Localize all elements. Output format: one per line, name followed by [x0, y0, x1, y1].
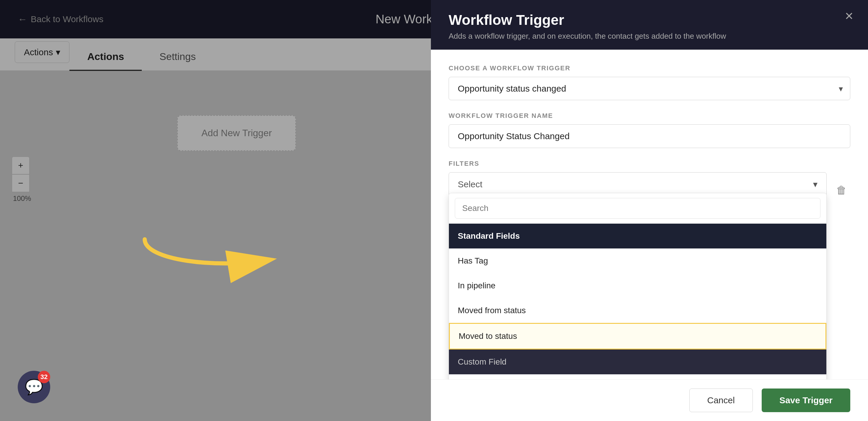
dropdown-item-moved-from-status[interactable]: Moved from status — [449, 298, 826, 323]
filters-dropdown-menu: Standard Fields Has Tag In pipeline Move… — [448, 193, 827, 379]
filters-row: Select ▾ Standard Fields — [448, 172, 850, 208]
dropdown-item-in-pipeline-label: In pipeline — [458, 281, 496, 291]
dropdown-item-moved-from-status-label: Moved from status — [458, 306, 526, 315]
panel-header: Workflow Trigger Adds a workflow trigger… — [431, 0, 868, 50]
dropdown-item-in-pipeline[interactable]: In pipeline — [449, 273, 826, 298]
panel-footer: Cancel Save Trigger — [431, 379, 868, 421]
filters-label: Filters — [448, 160, 850, 168]
dropdown-item-conversation-data[interactable]: Conversation Data — [449, 374, 826, 379]
chat-badge: 32 — [38, 371, 50, 383]
dropdown-item-standard-fields[interactable]: Standard Fields — [449, 224, 826, 248]
search-input[interactable] — [455, 198, 820, 219]
trigger-type-dropdown-wrapper: Opportunity status changed ▾ — [448, 77, 850, 100]
dropdown-item-moved-to-status-label: Moved to status — [459, 331, 517, 341]
dropdown-item-moved-to-status[interactable]: Moved to status — [449, 323, 826, 350]
dropdown-item-custom-field[interactable]: Custom Field — [449, 350, 826, 374]
trigger-type-select[interactable]: Opportunity status changed — [448, 77, 850, 100]
filters-select-wrapper: Select ▾ Standard Fields — [448, 172, 827, 208]
panel-body: Choose a Workflow Trigger Opportunity st… — [431, 50, 868, 379]
filter-delete-button[interactable]: 🗑 — [833, 181, 850, 199]
filters-select-placeholder: Select — [458, 179, 482, 189]
dropdown-item-has-tag[interactable]: Has Tag — [449, 248, 826, 273]
filters-chevron-icon: ▾ — [813, 179, 817, 189]
workflow-trigger-panel: Workflow Trigger Adds a workflow trigger… — [431, 0, 868, 421]
dropdown-item-has-tag-label: Has Tag — [458, 256, 488, 266]
trigger-name-section-label: Workflow Trigger Name — [448, 112, 850, 120]
panel-close-button[interactable]: × — [845, 9, 853, 23]
delete-icon: 🗑 — [836, 184, 847, 196]
trigger-section-label: Choose a Workflow Trigger — [448, 64, 850, 72]
dropdown-item-standard-fields-label: Standard Fields — [458, 231, 520, 241]
chat-bubble[interactable]: 💬 32 — [18, 371, 50, 403]
trigger-name-input[interactable] — [448, 124, 850, 148]
main-canvas: ← Back to Workflows New Workflow : 1688 … — [0, 0, 868, 421]
panel-subtitle: Adds a workflow trigger, and on executio… — [448, 32, 850, 41]
dropdown-item-custom-field-label: Custom Field — [458, 357, 506, 367]
save-trigger-button[interactable]: Save Trigger — [762, 389, 850, 412]
search-wrapper — [449, 193, 826, 224]
panel-title: Workflow Trigger — [448, 12, 850, 28]
cancel-button[interactable]: Cancel — [689, 389, 753, 412]
filters-select-button[interactable]: Select ▾ — [448, 172, 827, 196]
